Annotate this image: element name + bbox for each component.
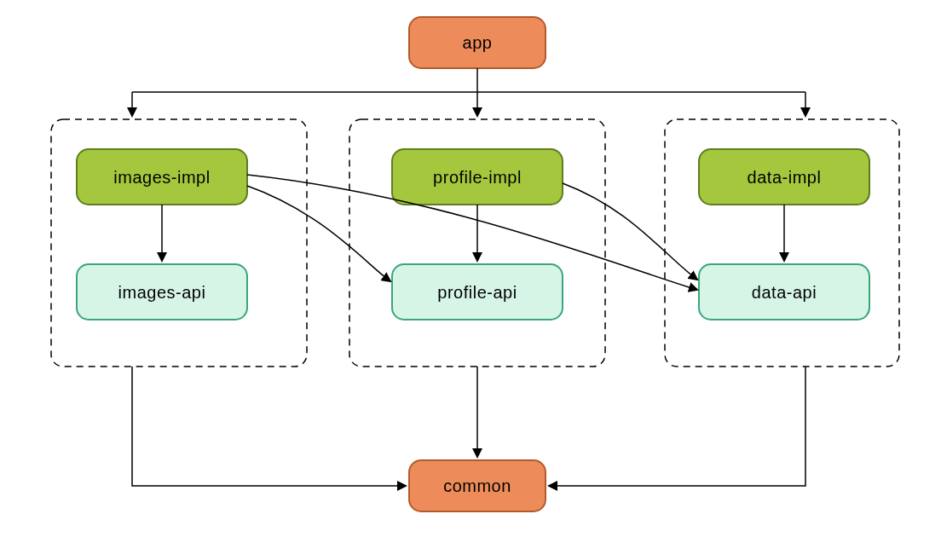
node-data-api-label: data-api	[752, 283, 817, 302]
node-images-api-label: images-api	[118, 283, 206, 302]
node-images-impl-label: images-impl	[113, 168, 210, 187]
edge-data-to-common	[549, 367, 805, 486]
node-data-api: data-api	[699, 264, 869, 320]
edge-images-impl-to-profile-api	[247, 186, 390, 281]
edge-profile-impl-to-data-api	[563, 183, 697, 280]
node-data-impl-label: data-impl	[748, 168, 822, 187]
edge-images-to-common	[132, 367, 406, 486]
node-images-api: images-api	[77, 264, 247, 320]
node-profile-impl: profile-impl	[392, 149, 563, 205]
node-images-impl: images-impl	[77, 149, 247, 205]
node-common: common	[409, 460, 546, 511]
node-common-label: common	[443, 476, 511, 495]
node-profile-api: profile-api	[392, 264, 563, 320]
dependency-diagram: app images-impl images-api profile-impl …	[0, 0, 941, 560]
node-profile-impl-label: profile-impl	[433, 168, 522, 187]
node-app: app	[409, 17, 546, 68]
node-app-label: app	[463, 33, 493, 52]
node-data-impl: data-impl	[699, 149, 869, 205]
node-profile-api-label: profile-api	[437, 283, 517, 302]
